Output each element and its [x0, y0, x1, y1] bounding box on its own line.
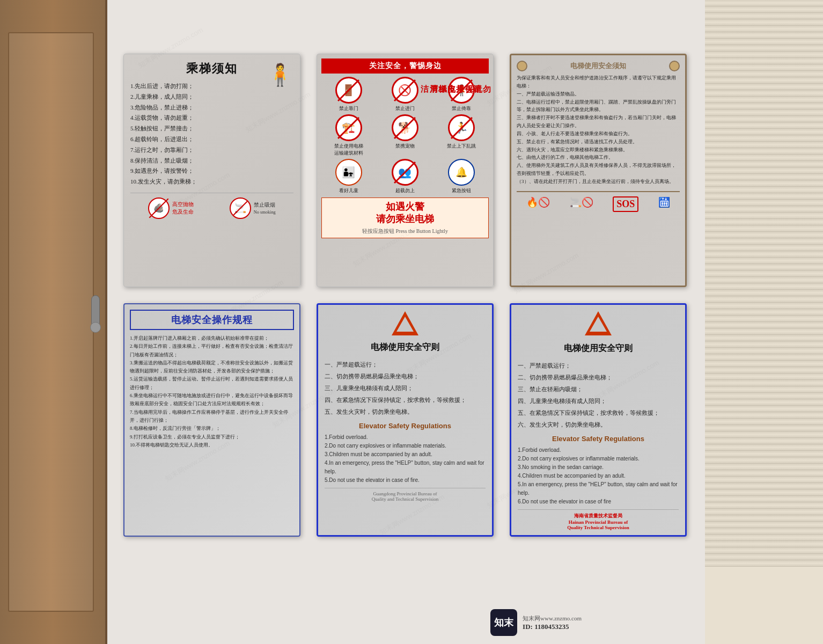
sign3-content: 为保证乘客和有关人员安全和维护道路治安工作顺序，请遵守以下规定乘用电梯： 一、严… — [517, 74, 680, 186]
main-content: 知末网www.znzmo.com 知末网www.znzmo.com 知末网www… — [107, 0, 705, 644]
sign6-title: 电梯使用安全守则 — [518, 343, 679, 354]
sign6-content-en: 1.Forbid overload. 2.Do not carry explos… — [518, 446, 679, 506]
sign2-icons-grid: 🚪 禁止靠门 🚫 禁止进门 🧍 禁止倚靠 🏗️ 禁止使用电梯运输建筑材料 — [321, 77, 489, 194]
elevator-icon: 🛗 — [658, 196, 670, 212]
sign5-content-en: 1.Forbid overload. 2.Do not carry explos… — [325, 433, 486, 485]
sign4-title: 电梯安全操作规程 — [130, 310, 294, 330]
no-overload: 👥 超载勿上 — [378, 159, 432, 194]
sign-safety-rules-guangdong: 电梯使用安全守则 一、严禁超载运行； 二、切勿携带易燃易爆品乘坐电梯； 三、儿童… — [317, 303, 494, 537]
no-block-door: 🚪 禁止靠门 — [321, 77, 376, 112]
sign5-title: 电梯使用安全守则 — [325, 342, 486, 353]
signs-grid: 乘梯须知 1.先出后进，请勿打闹； 2.儿童乘梯，成人陪同； 3.危险物品，禁止… — [123, 54, 687, 537]
brand-site: 知末网www.znzmo.com — [523, 614, 582, 623]
door-handle-circle — [90, 322, 101, 333]
no-dangerous-animals: 🐕 禁携宠物 — [378, 114, 432, 157]
person-icon: 🧍 — [267, 62, 293, 87]
door-panel — [8, 32, 94, 612]
sign5-title-en: Elevator Safety Regulations — [325, 422, 486, 430]
sign3-bottom-icons: 🔥🚫 🚬🚫 SOS 🛗 — [517, 191, 680, 212]
sign-operation-rules: 电梯安全操作规程 1.开启起落牌厅门进入梯厢之前，必须先确认初始标准带在提前； … — [123, 303, 300, 537]
sign-elevator-rules: 乘梯须知 1.先出后进，请勿打闹； 2.儿童乘梯，成人陪同； 3.危险物品，禁止… — [123, 54, 300, 287]
no-throw-icon: 🪨 高空抛物危及生命 — [148, 197, 194, 219]
triangle-logo-6 — [585, 311, 612, 335]
fire-warning: 如遇火警请勿乘坐电梯 轻按应急按钮 Press the Button Light… — [321, 197, 489, 238]
brand-info: 知末网www.znzmo.com ID: 1180453235 — [523, 614, 582, 631]
no-lean: 🧍 禁止倚靠 — [435, 77, 489, 112]
no-smoking-icon-s3: 🚬🚫 — [570, 196, 593, 212]
sign5-content-cn: 一、严禁超载运行； 二、切勿携带易燃易爆品乘坐电梯； 三、儿童乘坐电梯须有成人陪… — [325, 358, 486, 418]
emergency-button: 🔔 紧急按钮 — [435, 159, 489, 194]
sign2-header: 关注安全，警惕身边 — [321, 58, 489, 74]
blind-slat — [705, 0, 823, 6]
side-text-vertical2: 请保持电梯清洁 — [421, 78, 483, 79]
sos-icon: SOS — [613, 196, 638, 212]
triangle-logo-5 — [392, 311, 418, 335]
sign5-footer: Guangdong Provincial Bureau ofQuality an… — [325, 488, 486, 502]
no-fire-icon: 🔥🚫 — [526, 196, 550, 212]
sign-safety-rules-hainan: 电梯使用安全守则 一、严禁超载运行； 二、切勿携带易燃易爆品乘坐电梯； 三、禁止… — [510, 303, 687, 537]
sign-safety-attention: 关注安全，警惕身边 🚪 禁止靠门 🚫 禁止进门 🧍 禁止倚靠 🏗️ — [317, 54, 494, 287]
sign6-logo — [518, 311, 679, 338]
ornament-top: 电梯使用安全须知 — [517, 61, 680, 71]
no-enter: 🚫 禁止进门 — [378, 77, 432, 112]
window-blind — [705, 0, 823, 644]
sign-safety-notice: 电梯使用安全须知 为保证乘客和有关人员安全和维护道路治安工作顺序，请遵守以下规定… — [510, 54, 687, 287]
watch-children: 👨‍👧 看好儿童 — [321, 159, 376, 194]
sign4-content: 1.开启起落牌厅门进入梯厢之前，必须先确认初始标准带在提前； 2.每日开始工作前… — [130, 334, 294, 449]
sign5-logo — [325, 311, 486, 338]
sign1-bottom-icons: 🪨 高空抛物危及生命 🚬 禁止吸烟No smoking — [130, 193, 293, 219]
no-construction: 🏗️ 禁止使用电梯运输建筑材料 — [321, 114, 376, 157]
sign1-content: 1.先出后进，请勿打闹； 2.儿童乘梯，成人陪同； 3.危险物品，禁止进梯； 4… — [130, 81, 293, 187]
bottom-branding: 知末 知末网www.znzmo.com ID: 1180453235 — [490, 609, 582, 636]
sign6-footer: 海南省质量技术监督局Hainan Provincial Bureau ofQua… — [518, 509, 679, 530]
sign6-title-en: Elevator Safety Regulations — [518, 435, 679, 443]
brand-id: ID: 1180453235 — [523, 623, 582, 631]
door — [0, 0, 107, 644]
sign6-content-cn: 一、严禁超载运行； 二、切勿携带易燃易爆品乘坐电梯； 三、禁止在轿厢内吸烟； 四… — [518, 360, 679, 430]
no-jumping: 🏃 禁止上下乱跳 — [435, 114, 489, 157]
no-smoke-icon: 🚬 禁止吸烟No smoking — [230, 197, 276, 219]
brand-logo: 知末 — [490, 609, 517, 636]
